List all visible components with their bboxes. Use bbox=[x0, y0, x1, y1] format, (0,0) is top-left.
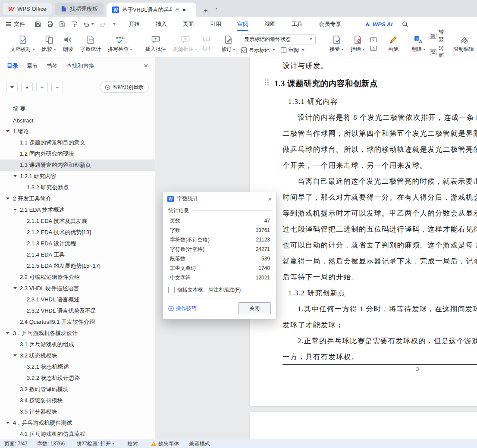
reject-button[interactable]: 拒绝 bbox=[347, 31, 368, 57]
tab-docer-templates[interactable]: 找稻壳模板 bbox=[55, 3, 104, 15]
format-painter-icon[interactable] bbox=[71, 21, 78, 28]
toc-item[interactable]: 2.1.3 EDA 设计流程 bbox=[0, 238, 155, 249]
toc-collapse-arrow-icon[interactable] bbox=[6, 197, 9, 200]
toc-item[interactable]: 1.2 国内外研究的现状 bbox=[0, 148, 155, 160]
toc-collapse-arrow-icon[interactable] bbox=[6, 422, 9, 424]
translate-button[interactable]: 文A 翻译 bbox=[408, 31, 429, 57]
markup-state-select[interactable]: 显示标记的最终状态 bbox=[241, 34, 316, 44]
menu-tab-insert[interactable]: 插入 bbox=[155, 17, 168, 31]
dialog-titlebar[interactable]: W 字数统计 × bbox=[163, 192, 276, 206]
track-changes-button[interactable]: 修订 bbox=[218, 31, 239, 57]
toc-collapse-all-button[interactable] bbox=[21, 82, 33, 92]
new-tab-button[interactable]: ＋ bbox=[202, 7, 209, 13]
sidebar-tab-bookmarks[interactable]: 书签 bbox=[47, 62, 58, 70]
toc-item[interactable]: 3.2.1 状态机概述 bbox=[0, 361, 155, 373]
toc-zoom-in-button[interactable]: ＋ bbox=[36, 82, 48, 92]
toc-item[interactable]: 2 开发工具简介 bbox=[0, 193, 155, 204]
tab-document-active[interactable]: W 基于VHDL语言的乒乓游戏机自 bbox=[107, 3, 196, 17]
menu-tab-review[interactable]: 审阅 bbox=[236, 17, 249, 31]
toc-collapse-arrow-icon[interactable] bbox=[13, 175, 17, 177]
sidebar-tab-find-replace[interactable]: 查找和替换 bbox=[66, 62, 94, 70]
menu-tab-view[interactable]: 视图 bbox=[264, 17, 276, 31]
toc-item[interactable]: Abstract bbox=[0, 115, 155, 126]
file-menu-button[interactable]: 文件 bbox=[6, 20, 25, 28]
menu-tab-tools[interactable]: 工具 bbox=[291, 17, 304, 31]
toc-item[interactable]: 1.1 课题的背景和目的意义 bbox=[0, 137, 155, 148]
insert-comment-button[interactable]: 插入批注 bbox=[142, 31, 169, 57]
restrict-editing-button[interactable]: 限制编辑 bbox=[450, 31, 477, 57]
delete-comment-button[interactable]: 删除批注 bbox=[169, 31, 201, 57]
toc-item[interactable]: 摘 要 bbox=[0, 103, 155, 115]
print-icon[interactable] bbox=[47, 21, 53, 28]
toc-zoom-out-button[interactable]: － bbox=[51, 82, 63, 92]
toc-item[interactable]: 4.1 乒乓游戏机的仿真流程 bbox=[0, 429, 155, 439]
sidebar-tab-toc[interactable]: 目录 bbox=[7, 62, 18, 70]
undo-icon[interactable] bbox=[83, 21, 94, 28]
toc-collapse-arrow-icon[interactable] bbox=[13, 287, 17, 289]
toc-item[interactable]: 2.1.1 EDA 技术及其发展 bbox=[0, 216, 155, 227]
pen-button[interactable]: 画笔 bbox=[385, 31, 402, 57]
to-traditional-button[interactable]: 简 转繁 bbox=[430, 28, 444, 43]
toc-item[interactable]: 3.4 按键防抖模块 bbox=[0, 395, 155, 406]
toc-item[interactable]: 1.3 课题研究的内容和创新点 bbox=[0, 160, 155, 171]
menu-tab-reference[interactable]: 引用 bbox=[209, 17, 222, 31]
menu-tab-page[interactable]: 页面 bbox=[182, 17, 195, 31]
tips-link[interactable]: 操作技巧 bbox=[168, 305, 197, 312]
toc-collapse-arrow-icon[interactable] bbox=[6, 332, 9, 334]
toc-item[interactable]: 1.3.1 研究内容 bbox=[0, 171, 155, 182]
dialog-close-button[interactable]: 关闭 bbox=[238, 302, 271, 314]
menu-tab-member[interactable]: 会员专享 bbox=[318, 17, 342, 31]
prev-change-icon[interactable] bbox=[370, 37, 377, 43]
show-markup-button[interactable]: 显示标记 bbox=[241, 47, 275, 54]
tab-wps-office[interactable]: W WPS Office bbox=[3, 3, 52, 15]
toc-collapse-arrow-icon[interactable] bbox=[13, 354, 17, 357]
status-compat-mode[interactable]: 兼容模式 bbox=[189, 440, 210, 448]
sidebar-tab-chapters[interactable]: 章节 bbox=[27, 62, 38, 70]
prev-comment-icon[interactable] bbox=[203, 36, 210, 43]
smart-toc-button[interactable]: 智能识别目录 bbox=[100, 81, 149, 93]
more-commands-icon[interactable] bbox=[112, 23, 116, 25]
toc-item[interactable]: 2.3 VHDL 硬件描述语言 bbox=[0, 283, 155, 294]
wps-ai-button[interactable]: WPS AI bbox=[364, 21, 392, 28]
review-pane-button[interactable]: 审阅 bbox=[280, 47, 304, 54]
next-change-icon[interactable] bbox=[370, 45, 377, 51]
toc-item[interactable]: 3.3 数码管译码模块 bbox=[0, 384, 155, 395]
accept-button[interactable]: 接受 bbox=[326, 31, 347, 57]
toc-item[interactable]: 2.2 可编程逻辑器件介绍 bbox=[0, 272, 155, 283]
doc-proofing-button[interactable]: 文档校对 bbox=[7, 31, 38, 57]
toc-item[interactable]: 2.1 EDA 技术概述 bbox=[0, 204, 155, 216]
search-icon[interactable] bbox=[402, 21, 408, 28]
print-preview-icon[interactable] bbox=[59, 21, 66, 28]
spell-check-button[interactable]: ABC 拼写检查 bbox=[104, 31, 136, 57]
toc-item[interactable]: 2.1.5 EDA 的发展趋势[15~17] bbox=[0, 260, 155, 272]
compare-button[interactable]: 比较 bbox=[38, 31, 60, 57]
toc-item[interactable]: 2.3.1 VHDL 语言概述 bbox=[0, 294, 155, 305]
status-spell-check[interactable]: 拼写检查: 打开 bbox=[77, 440, 115, 448]
toc-item[interactable]: 2.3.2 VHDL 语言优势及不足 bbox=[0, 305, 155, 316]
word-count-button[interactable]: 123 字数统计 bbox=[77, 31, 104, 57]
toc-item[interactable]: 3.5 计分器模块 bbox=[0, 406, 155, 417]
menu-tab-home[interactable]: 开始 bbox=[128, 17, 141, 31]
toc-item[interactable]: 1.3.2 研究创新点 bbox=[0, 182, 155, 193]
toc-item[interactable]: 3.2 状态机模块 bbox=[0, 350, 155, 361]
read-aloud-button[interactable]: 朗读 bbox=[60, 31, 77, 57]
toc-item[interactable]: 3.2.2 状态机设计思路 bbox=[0, 373, 155, 384]
toc-item[interactable]: 2.1.2 EDA 技术的优势[13] bbox=[0, 227, 155, 238]
toc-item[interactable]: 1.绪论 bbox=[0, 126, 155, 137]
redo-icon[interactable] bbox=[99, 21, 107, 28]
toc-item[interactable]: 4．乒乓游戏机硬件测试 bbox=[0, 417, 155, 429]
toc-item[interactable]: 2.4 QuartusⅡ9.1 开发软件介绍 bbox=[0, 316, 155, 328]
dialog-close-icon[interactable]: × bbox=[268, 195, 272, 203]
status-proofread[interactable]: 校对 bbox=[128, 440, 138, 448]
next-comment-icon[interactable] bbox=[203, 45, 210, 52]
sidebar-close-icon[interactable]: × bbox=[144, 62, 148, 70]
toc-collapse-arrow-icon[interactable] bbox=[6, 130, 9, 132]
toc-item[interactable]: 2.1.4 EDA 工具 bbox=[0, 249, 155, 260]
toc-collapse-arrow-icon[interactable] bbox=[13, 209, 17, 211]
include-footnotes-checkbox[interactable]: 包括文本框、脚注和尾注(F) bbox=[168, 286, 271, 294]
toc-item[interactable]: 3．乒乓游戏机各模块设计 bbox=[0, 328, 155, 339]
status-word-count[interactable]: 字数: 13766 bbox=[37, 440, 65, 448]
tab-list-dropdown-icon[interactable] bbox=[214, 4, 218, 12]
save-icon[interactable] bbox=[35, 21, 41, 28]
checkbox-icon[interactable] bbox=[168, 287, 175, 293]
